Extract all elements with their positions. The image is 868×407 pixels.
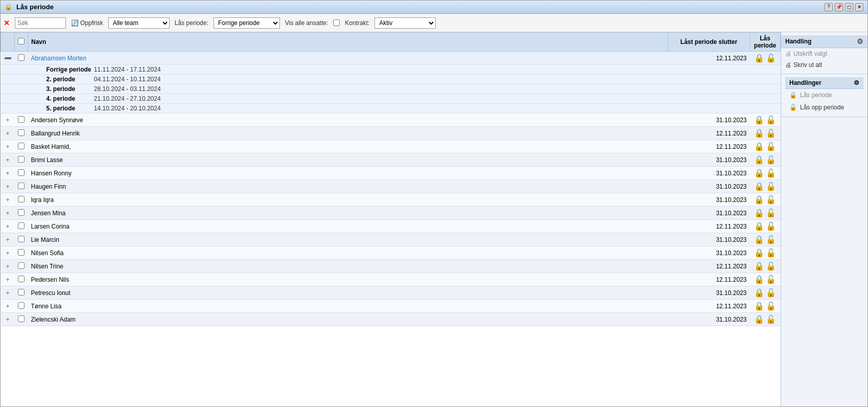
check-cell[interactable] <box>15 193 28 207</box>
search-input[interactable] <box>15 17 66 29</box>
check-cell[interactable] <box>15 300 28 313</box>
check-cell[interactable] <box>15 220 28 233</box>
row-checkbox[interactable] <box>18 54 25 61</box>
check-cell[interactable] <box>15 233 28 246</box>
lock-icon[interactable]: 🔒 <box>754 53 764 63</box>
expand-cell[interactable]: + <box>1 153 15 167</box>
check-cell[interactable] <box>15 140 28 153</box>
row-checkbox[interactable] <box>18 196 25 202</box>
unlock-icon[interactable]: 🔓 <box>766 168 776 178</box>
check-cell[interactable] <box>15 313 28 326</box>
skriv-ut-alt-item[interactable]: 🖨 Skriv ut alt <box>785 59 863 71</box>
unlock-icon[interactable]: 🔓 <box>766 128 776 138</box>
lock-icon[interactable]: 🔒 <box>754 235 764 244</box>
check-cell[interactable] <box>15 114 28 127</box>
restore-button[interactable]: ◻ <box>845 3 853 11</box>
expand-cell[interactable]: + <box>1 167 15 180</box>
lock-icon[interactable]: 🔒 <box>754 275 764 284</box>
unlock-icon[interactable]: 🔓 <box>766 195 776 205</box>
lock-icon[interactable]: 🔒 <box>754 288 764 298</box>
help-button[interactable]: ? <box>825 3 833 11</box>
check-cell[interactable] <box>15 207 28 220</box>
kontrakt-select[interactable]: Aktiv <box>374 17 436 29</box>
unlock-icon[interactable]: 🔓 <box>766 261 776 271</box>
check-cell[interactable] <box>15 260 28 273</box>
row-checkbox[interactable] <box>18 116 25 123</box>
unlock-icon[interactable]: 🔓 <box>766 155 776 165</box>
expand-cell[interactable]: + <box>1 220 15 233</box>
lock-icon[interactable]: 🔒 <box>754 115 764 125</box>
lock-icon[interactable]: 🔒 <box>754 128 764 138</box>
period-select[interactable]: Forrige periode <box>214 17 280 29</box>
expand-cell[interactable]: + <box>1 286 15 300</box>
expand-cell[interactable]: + <box>1 207 15 220</box>
unlock-icon[interactable]: 🔓 <box>766 288 776 298</box>
check-cell[interactable] <box>15 153 28 167</box>
check-cell[interactable] <box>15 246 28 260</box>
expand-cell[interactable]: + <box>1 140 15 153</box>
check-cell[interactable] <box>15 273 28 286</box>
row-checkbox[interactable] <box>18 302 25 309</box>
lock-icon[interactable]: 🔒 <box>754 248 764 258</box>
lock-icon[interactable]: 🔒 <box>754 261 764 271</box>
refresh-button[interactable]: 🔄 Oppfrisk <box>71 19 103 27</box>
check-cell[interactable] <box>15 127 28 140</box>
expand-cell[interactable]: + <box>1 180 15 193</box>
row-checkbox[interactable] <box>18 169 25 176</box>
vis-alle-checkbox[interactable] <box>333 19 340 26</box>
unlock-icon[interactable]: 🔓 <box>766 115 776 125</box>
unlock-icon[interactable]: 🔓 <box>766 208 776 218</box>
unlock-icon[interactable]: 🔓 <box>766 314 776 324</box>
row-checkbox[interactable] <box>18 262 25 269</box>
lock-icon[interactable]: 🔒 <box>754 195 764 205</box>
pin-button[interactable]: 📌 <box>835 3 843 11</box>
unlock-icon[interactable]: 🔓 <box>766 301 776 311</box>
check-cell[interactable] <box>15 167 28 180</box>
row-checkbox[interactable] <box>18 156 25 163</box>
row-checkbox[interactable] <box>18 183 25 189</box>
unlock-icon[interactable]: 🔓 <box>766 221 776 231</box>
employee-link[interactable]: Abrahamsen Morten <box>31 55 87 62</box>
close-titlebar-button[interactable]: ✕ <box>855 3 863 11</box>
toolbar-close-button[interactable]: ✕ <box>4 19 10 27</box>
row-checkbox[interactable] <box>18 209 25 216</box>
row-checkbox[interactable] <box>18 249 25 256</box>
lock-icon[interactable]: 🔒 <box>754 182 764 191</box>
expand-cell[interactable]: + <box>1 127 15 140</box>
row-checkbox[interactable] <box>18 315 25 322</box>
unlock-icon[interactable]: 🔓 <box>766 235 776 244</box>
lock-icon[interactable]: 🔒 <box>754 142 764 151</box>
expand-cell[interactable]: + <box>1 300 15 313</box>
expand-cell[interactable]: + <box>1 273 15 286</box>
check-cell[interactable] <box>15 286 28 300</box>
unlock-icon[interactable]: 🔓 <box>766 182 776 191</box>
check-cell[interactable] <box>15 180 28 193</box>
row-checkbox[interactable] <box>18 276 25 282</box>
row-checkbox[interactable] <box>18 289 25 296</box>
row-checkbox[interactable] <box>18 143 25 149</box>
lock-icon[interactable]: 🔒 <box>754 221 764 231</box>
team-select[interactable]: Alle team <box>108 17 170 29</box>
unlock-icon[interactable]: 🔓 <box>766 53 776 63</box>
expand-cell[interactable]: + <box>1 260 15 273</box>
lock-icon[interactable]: 🔒 <box>754 208 764 218</box>
row-checkbox[interactable] <box>18 222 25 229</box>
expand-cell[interactable]: ➖ <box>1 52 15 65</box>
lock-icon[interactable]: 🔒 <box>754 155 764 165</box>
unlock-icon[interactable]: 🔓 <box>766 142 776 151</box>
handlinger-gear-icon[interactable]: ⚙ <box>854 79 859 86</box>
unlock-icon[interactable]: 🔓 <box>766 248 776 258</box>
lock-icon[interactable]: 🔒 <box>754 314 764 324</box>
expand-cell[interactable]: + <box>1 233 15 246</box>
unlock-icon[interactable]: 🔓 <box>766 275 776 284</box>
expand-cell[interactable]: + <box>1 313 15 326</box>
row-checkbox[interactable] <box>18 236 25 242</box>
lock-icon[interactable]: 🔒 <box>754 168 764 178</box>
expand-cell[interactable]: + <box>1 114 15 127</box>
lock-icon[interactable]: 🔒 <box>754 301 764 311</box>
check-all-checkbox[interactable] <box>18 38 25 44</box>
handling-gear-icon[interactable]: ⚙ <box>857 37 863 46</box>
row-checkbox[interactable] <box>18 129 25 136</box>
check-cell[interactable] <box>15 52 28 65</box>
las-opp-periode-action[interactable]: 🔓 Lås opp periode <box>785 101 863 114</box>
